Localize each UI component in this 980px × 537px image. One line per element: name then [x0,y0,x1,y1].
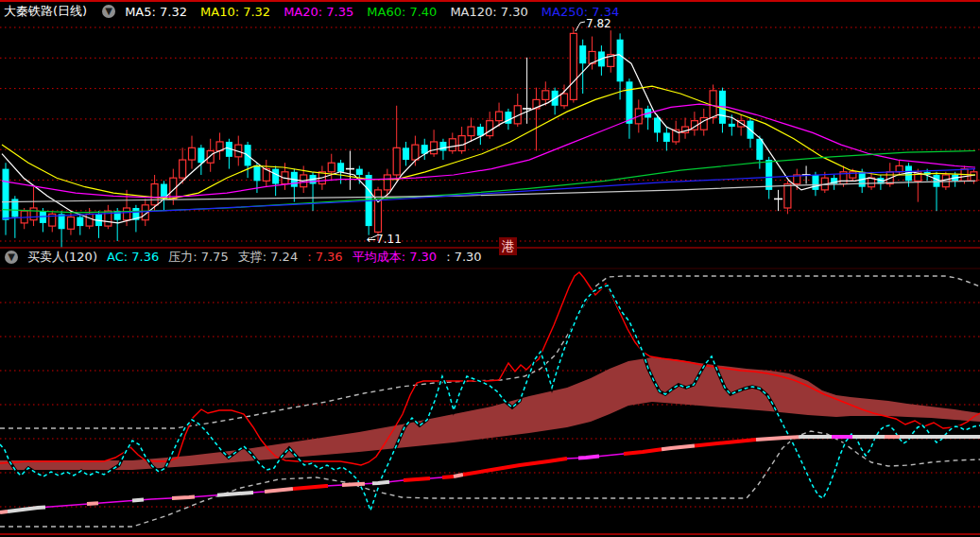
pressure-value: 7.75 [201,250,229,264]
ma60-label: MA60: [367,5,405,19]
ma20-label: MA20: [284,5,322,19]
stock-title: 大秦铁路(日线) [4,3,87,20]
window-borders [0,1,980,534]
cost-segment-gray [132,500,144,501]
cost-segment-gray [217,493,253,495]
ma20-value: 7.35 [326,5,353,19]
cost-segment-salmon [265,489,293,492]
chart-canvas[interactable] [0,0,980,537]
ac-label: AC: [107,250,128,264]
ma5-value: 7.32 [160,5,187,19]
ma60-value: 7.40 [409,5,437,19]
ac-value: 7.36 [131,250,159,264]
indicator-title: 买卖人(120) [27,249,97,266]
cost-segment-red [442,476,454,477]
avgcost2-value: 7.30 [455,250,482,264]
ma10-line [2,86,975,199]
pressure-label: 压力: [168,250,197,264]
cost-segment-magenta_bright [578,457,599,459]
avgcost-label: 平均成本: [352,250,405,264]
cost-segment-red [293,486,328,489]
cost-segment-red [695,440,756,446]
cost-band [0,357,980,470]
cost-segment-salmon [454,475,463,476]
cost-segment-red [463,459,567,475]
trading-app-window: 大秦铁路(日线) ▼ MA5: 7.32 MA10: 7.32 MA20: 7.… [0,0,980,537]
moving-average-lines [2,55,975,223]
indicator-header: ▼ 买卖人(120) AC: 7.36 压力: 7.75 支撑: 7.24 : … [3,249,491,265]
cost-segment-red [624,449,662,454]
cost-segment-salmon [87,503,98,504]
ma250-value: 7.34 [592,5,619,19]
low-price-annotation: ←7.11 [367,233,402,246]
support2-label: : [307,250,311,264]
hk-connect-marker[interactable]: 港 [499,237,517,255]
cost-segment-gray [8,507,45,511]
chevron-down-icon[interactable]: ▼ [5,251,18,264]
ma5-label: MA5: [125,5,156,19]
cost-segment-salmon [662,446,695,450]
ma120-label: MA120: [450,5,496,19]
main-chart-header: 大秦铁路(日线) ▼ MA5: 7.32 MA10: 7.32 MA20: 7.… [4,3,632,20]
cost-segment-salmon [0,511,8,512]
candlestick-series [3,27,977,247]
ma10-label: MA10: [200,5,239,19]
chevron-down-icon[interactable]: ▼ [102,5,115,18]
ma250-line [2,169,975,219]
ma250-label: MA250: [542,5,588,19]
ma120-value: 7.30 [501,5,528,19]
support-label: 支撑: [238,250,266,264]
avgcost-value: 7.30 [409,250,437,264]
avgcost2-label: : [446,250,450,264]
support2-value: 7.36 [316,250,343,264]
cost-segment-gray [372,482,389,484]
cost-segment-salmon [172,497,195,498]
cost-segment-salmon [342,484,365,485]
support-value: 7.24 [270,250,298,264]
cost-segment-red [404,478,430,480]
ma10-value: 7.32 [243,5,270,19]
